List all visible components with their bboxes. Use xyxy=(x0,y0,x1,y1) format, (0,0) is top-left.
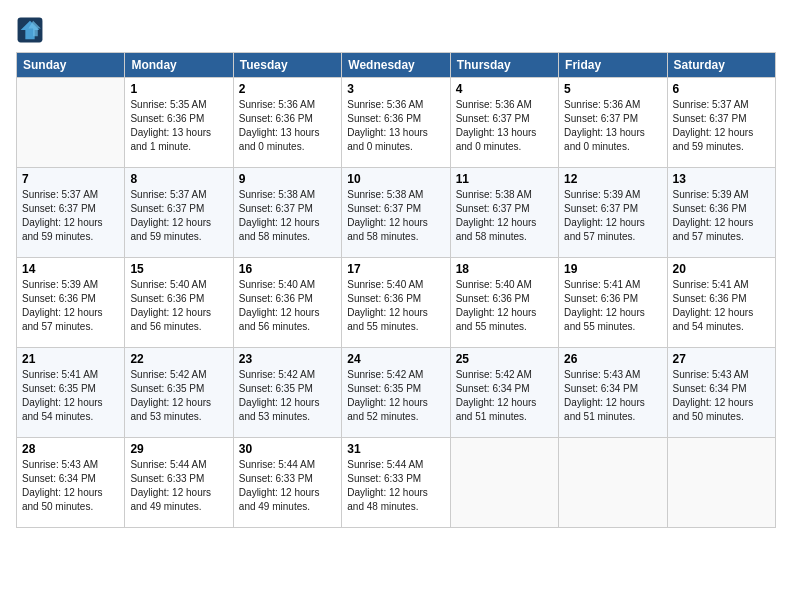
logo-icon xyxy=(16,16,44,44)
calendar-cell: 21 Sunrise: 5:41 AMSunset: 6:35 PMDaylig… xyxy=(17,348,125,438)
day-info: Sunrise: 5:44 AMSunset: 6:33 PMDaylight:… xyxy=(347,459,428,512)
calendar-cell xyxy=(667,438,775,528)
calendar-cell: 24 Sunrise: 5:42 AMSunset: 6:35 PMDaylig… xyxy=(342,348,450,438)
day-info: Sunrise: 5:36 AMSunset: 6:37 PMDaylight:… xyxy=(456,99,537,152)
day-info: Sunrise: 5:42 AMSunset: 6:34 PMDaylight:… xyxy=(456,369,537,422)
calendar-cell: 6 Sunrise: 5:37 AMSunset: 6:37 PMDayligh… xyxy=(667,78,775,168)
day-info: Sunrise: 5:36 AMSunset: 6:37 PMDaylight:… xyxy=(564,99,645,152)
day-number: 12 xyxy=(564,172,661,186)
calendar-cell: 13 Sunrise: 5:39 AMSunset: 6:36 PMDaylig… xyxy=(667,168,775,258)
day-number: 16 xyxy=(239,262,336,276)
calendar-cell: 26 Sunrise: 5:43 AMSunset: 6:34 PMDaylig… xyxy=(559,348,667,438)
day-number: 10 xyxy=(347,172,444,186)
day-info: Sunrise: 5:38 AMSunset: 6:37 PMDaylight:… xyxy=(347,189,428,242)
calendar-cell: 16 Sunrise: 5:40 AMSunset: 6:36 PMDaylig… xyxy=(233,258,341,348)
day-number: 19 xyxy=(564,262,661,276)
calendar-cell: 4 Sunrise: 5:36 AMSunset: 6:37 PMDayligh… xyxy=(450,78,558,168)
day-number: 7 xyxy=(22,172,119,186)
day-header-wednesday: Wednesday xyxy=(342,53,450,78)
day-number: 4 xyxy=(456,82,553,96)
day-number: 28 xyxy=(22,442,119,456)
calendar-cell: 23 Sunrise: 5:42 AMSunset: 6:35 PMDaylig… xyxy=(233,348,341,438)
calendar-cell: 7 Sunrise: 5:37 AMSunset: 6:37 PMDayligh… xyxy=(17,168,125,258)
day-number: 1 xyxy=(130,82,227,96)
calendar-cell: 19 Sunrise: 5:41 AMSunset: 6:36 PMDaylig… xyxy=(559,258,667,348)
calendar-cell: 9 Sunrise: 5:38 AMSunset: 6:37 PMDayligh… xyxy=(233,168,341,258)
day-number: 29 xyxy=(130,442,227,456)
day-info: Sunrise: 5:40 AMSunset: 6:36 PMDaylight:… xyxy=(456,279,537,332)
day-info: Sunrise: 5:44 AMSunset: 6:33 PMDaylight:… xyxy=(130,459,211,512)
logo xyxy=(16,16,48,44)
calendar-cell: 25 Sunrise: 5:42 AMSunset: 6:34 PMDaylig… xyxy=(450,348,558,438)
day-number: 9 xyxy=(239,172,336,186)
day-info: Sunrise: 5:40 AMSunset: 6:36 PMDaylight:… xyxy=(130,279,211,332)
calendar-cell: 17 Sunrise: 5:40 AMSunset: 6:36 PMDaylig… xyxy=(342,258,450,348)
calendar-cell: 27 Sunrise: 5:43 AMSunset: 6:34 PMDaylig… xyxy=(667,348,775,438)
day-info: Sunrise: 5:41 AMSunset: 6:35 PMDaylight:… xyxy=(22,369,103,422)
day-header-sunday: Sunday xyxy=(17,53,125,78)
calendar-cell: 5 Sunrise: 5:36 AMSunset: 6:37 PMDayligh… xyxy=(559,78,667,168)
day-number: 23 xyxy=(239,352,336,366)
calendar-cell: 18 Sunrise: 5:40 AMSunset: 6:36 PMDaylig… xyxy=(450,258,558,348)
calendar-cell xyxy=(450,438,558,528)
day-header-monday: Monday xyxy=(125,53,233,78)
calendar-cell: 12 Sunrise: 5:39 AMSunset: 6:37 PMDaylig… xyxy=(559,168,667,258)
day-number: 18 xyxy=(456,262,553,276)
day-number: 25 xyxy=(456,352,553,366)
day-number: 11 xyxy=(456,172,553,186)
day-info: Sunrise: 5:40 AMSunset: 6:36 PMDaylight:… xyxy=(347,279,428,332)
calendar-cell: 22 Sunrise: 5:42 AMSunset: 6:35 PMDaylig… xyxy=(125,348,233,438)
day-info: Sunrise: 5:36 AMSunset: 6:36 PMDaylight:… xyxy=(239,99,320,152)
calendar-cell: 15 Sunrise: 5:40 AMSunset: 6:36 PMDaylig… xyxy=(125,258,233,348)
day-number: 26 xyxy=(564,352,661,366)
day-number: 15 xyxy=(130,262,227,276)
calendar-week-row: 7 Sunrise: 5:37 AMSunset: 6:37 PMDayligh… xyxy=(17,168,776,258)
calendar-cell: 10 Sunrise: 5:38 AMSunset: 6:37 PMDaylig… xyxy=(342,168,450,258)
day-number: 3 xyxy=(347,82,444,96)
day-number: 14 xyxy=(22,262,119,276)
day-info: Sunrise: 5:40 AMSunset: 6:36 PMDaylight:… xyxy=(239,279,320,332)
day-number: 17 xyxy=(347,262,444,276)
day-number: 6 xyxy=(673,82,770,96)
day-info: Sunrise: 5:42 AMSunset: 6:35 PMDaylight:… xyxy=(347,369,428,422)
day-number: 24 xyxy=(347,352,444,366)
calendar-cell: 29 Sunrise: 5:44 AMSunset: 6:33 PMDaylig… xyxy=(125,438,233,528)
day-number: 8 xyxy=(130,172,227,186)
day-info: Sunrise: 5:44 AMSunset: 6:33 PMDaylight:… xyxy=(239,459,320,512)
day-number: 30 xyxy=(239,442,336,456)
day-header-saturday: Saturday xyxy=(667,53,775,78)
calendar-week-row: 21 Sunrise: 5:41 AMSunset: 6:35 PMDaylig… xyxy=(17,348,776,438)
day-number: 21 xyxy=(22,352,119,366)
day-info: Sunrise: 5:42 AMSunset: 6:35 PMDaylight:… xyxy=(130,369,211,422)
calendar-cell: 28 Sunrise: 5:43 AMSunset: 6:34 PMDaylig… xyxy=(17,438,125,528)
day-info: Sunrise: 5:39 AMSunset: 6:37 PMDaylight:… xyxy=(564,189,645,242)
day-number: 31 xyxy=(347,442,444,456)
calendar-week-row: 14 Sunrise: 5:39 AMSunset: 6:36 PMDaylig… xyxy=(17,258,776,348)
calendar-cell xyxy=(559,438,667,528)
day-header-friday: Friday xyxy=(559,53,667,78)
calendar-cell: 3 Sunrise: 5:36 AMSunset: 6:36 PMDayligh… xyxy=(342,78,450,168)
day-info: Sunrise: 5:42 AMSunset: 6:35 PMDaylight:… xyxy=(239,369,320,422)
calendar-cell: 30 Sunrise: 5:44 AMSunset: 6:33 PMDaylig… xyxy=(233,438,341,528)
calendar-cell: 31 Sunrise: 5:44 AMSunset: 6:33 PMDaylig… xyxy=(342,438,450,528)
calendar-week-row: 1 Sunrise: 5:35 AMSunset: 6:36 PMDayligh… xyxy=(17,78,776,168)
day-header-tuesday: Tuesday xyxy=(233,53,341,78)
calendar-table: SundayMondayTuesdayWednesdayThursdayFrid… xyxy=(16,52,776,528)
day-info: Sunrise: 5:37 AMSunset: 6:37 PMDaylight:… xyxy=(22,189,103,242)
calendar-cell: 20 Sunrise: 5:41 AMSunset: 6:36 PMDaylig… xyxy=(667,258,775,348)
calendar-cell: 2 Sunrise: 5:36 AMSunset: 6:36 PMDayligh… xyxy=(233,78,341,168)
day-info: Sunrise: 5:43 AMSunset: 6:34 PMDaylight:… xyxy=(564,369,645,422)
day-info: Sunrise: 5:36 AMSunset: 6:36 PMDaylight:… xyxy=(347,99,428,152)
day-number: 27 xyxy=(673,352,770,366)
day-info: Sunrise: 5:39 AMSunset: 6:36 PMDaylight:… xyxy=(22,279,103,332)
calendar-week-row: 28 Sunrise: 5:43 AMSunset: 6:34 PMDaylig… xyxy=(17,438,776,528)
day-header-thursday: Thursday xyxy=(450,53,558,78)
day-info: Sunrise: 5:35 AMSunset: 6:36 PMDaylight:… xyxy=(130,99,211,152)
day-info: Sunrise: 5:39 AMSunset: 6:36 PMDaylight:… xyxy=(673,189,754,242)
day-info: Sunrise: 5:43 AMSunset: 6:34 PMDaylight:… xyxy=(22,459,103,512)
day-number: 13 xyxy=(673,172,770,186)
day-info: Sunrise: 5:38 AMSunset: 6:37 PMDaylight:… xyxy=(456,189,537,242)
day-number: 2 xyxy=(239,82,336,96)
day-number: 20 xyxy=(673,262,770,276)
day-info: Sunrise: 5:37 AMSunset: 6:37 PMDaylight:… xyxy=(130,189,211,242)
